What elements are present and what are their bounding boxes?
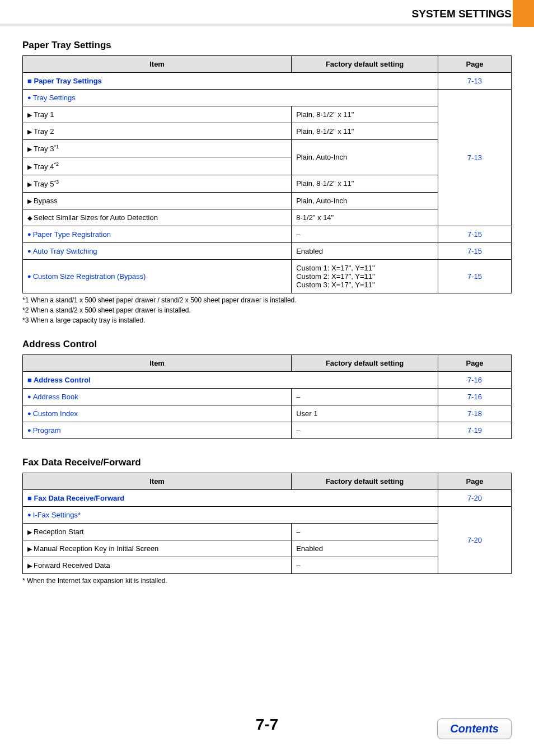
link-fax-root[interactable]: Fax Data Receive/Forward [27, 494, 124, 502]
item-bypass-label: Bypass [27, 197, 58, 205]
footnote-ref: *1 [54, 144, 59, 150]
item-bypass-fds: Plain, Auto-Inch [292, 192, 438, 209]
link-paper-type-reg[interactable]: Paper Type Registration [27, 230, 111, 239]
col-header-page: Page [438, 354, 512, 371]
table-header-row: Item Factory default setting Page [23, 354, 512, 371]
table-row: Custom Index User 1 7-18 [23, 405, 512, 422]
col-header-item: Item [23, 354, 292, 371]
table-row: Paper Tray Settings 7-13 [23, 73, 512, 90]
item-tray5-label: Tray 5 [27, 180, 54, 188]
col-header-fds: Factory default setting [292, 354, 438, 371]
item-reception-start-fds: – [292, 523, 438, 540]
page-ref[interactable]: 7-15 [467, 272, 482, 281]
ifax-star: * [78, 511, 81, 519]
table-row: Paper Type Registration – 7-15 [23, 226, 512, 242]
link-custom-index[interactable]: Custom Index [27, 409, 78, 418]
table-row: Custom Size Registration (Bypass) Custom… [23, 259, 512, 293]
accent-corner [513, 0, 534, 27]
table-row: Address Control 7-16 [23, 371, 512, 388]
item-custom-index-fds: User 1 [292, 405, 438, 422]
contents-button[interactable]: Contents [437, 718, 512, 739]
link-auto-tray-switching[interactable]: Auto Tray Switching [27, 247, 97, 255]
section-heading-address-control: Address Control [22, 339, 512, 350]
page-ref[interactable]: 7-16 [467, 393, 482, 401]
paper-tray-table: Item Factory default setting Page Paper … [22, 55, 512, 293]
fax-footnotes: * When the Internet fax expansion kit is… [22, 576, 512, 585]
table-row: Tray Settings 7-13 [23, 90, 512, 106]
col-header-item: Item [23, 473, 292, 489]
footnote-ref: *2 [54, 161, 59, 167]
item-tray5-fds: Plain, 8-1/2" x 11" [292, 175, 438, 192]
footnote-ref: *3 [54, 179, 59, 185]
item-tray1-label: Tray 1 [27, 110, 54, 119]
page-ref[interactable]: 7-19 [467, 426, 482, 435]
page-ref[interactable]: 7-15 [467, 247, 482, 255]
section-heading-fax: Fax Data Receive/Forward [22, 457, 512, 468]
table-row: I-Fax Settings* 7-20 [23, 506, 512, 523]
item-tray4-label: Tray 4 [27, 162, 54, 171]
item-forward-received-label: Forward Received Data [27, 561, 110, 570]
item-program-fds: – [292, 422, 438, 438]
item-reception-start-label: Reception Start [27, 528, 84, 536]
col-header-fds: Factory default setting [292, 56, 438, 73]
item-paper-type-reg-fds: – [292, 226, 438, 242]
header-rule [0, 24, 534, 26]
footnote-fax: * When the Internet fax expansion kit is… [22, 576, 512, 585]
table-row: Address Book – 7-16 [23, 388, 512, 405]
page-ref[interactable]: 7-20 [467, 536, 482, 544]
custom-size-line1: Custom 1: X=17", Y=11" [296, 264, 433, 272]
col-header-fds: Factory default setting [292, 473, 438, 489]
fax-table: Item Factory default setting Page Fax Da… [22, 473, 512, 574]
link-custom-size-reg[interactable]: Custom Size Registration (Bypass) [27, 272, 146, 281]
link-address-control[interactable]: Address Control [27, 376, 91, 384]
section-heading-paper-tray: Paper Tray Settings [22, 40, 512, 51]
page-ref[interactable]: 7-15 [467, 230, 482, 239]
col-header-page: Page [438, 56, 512, 73]
item-select-similar-label: Select Similar Sizes for Auto Detection [27, 213, 158, 222]
link-paper-tray-settings[interactable]: Paper Tray Settings [27, 77, 102, 85]
custom-size-line3: Custom 3: X=17", Y=11" [296, 281, 433, 289]
link-program[interactable]: Program [27, 426, 61, 435]
footnote-2: *2 When a stand/2 x 500 sheet paper draw… [22, 306, 512, 315]
item-address-book-fds: – [292, 388, 438, 405]
item-tray3-label: Tray 3 [27, 144, 54, 153]
table-row: Program – 7-19 [23, 422, 512, 438]
page-ref[interactable]: 7-20 [467, 494, 482, 502]
col-header-page: Page [438, 473, 512, 489]
col-header-item: Item [23, 56, 292, 73]
table-header-row: Item Factory default setting Page [23, 473, 512, 489]
table-header-row: Item Factory default setting Page [23, 56, 512, 73]
paper-tray-footnotes: *1 When a stand/1 x 500 sheet paper draw… [22, 296, 512, 325]
item-tray2-label: Tray 2 [27, 127, 54, 136]
item-custom-size-reg-fds: Custom 1: X=17", Y=11" Custom 2: X=17", … [292, 259, 438, 293]
item-auto-tray-switching-fds: Enabled [292, 242, 438, 259]
item-manual-reception-fds: Enabled [292, 540, 438, 557]
custom-size-line2: Custom 2: X=17", Y=11" [296, 272, 433, 281]
link-tray-settings[interactable]: Tray Settings [27, 94, 76, 102]
page-ref[interactable]: 7-18 [467, 409, 482, 418]
item-tray1-fds: Plain, 8-1/2" x 11" [292, 106, 438, 123]
footnote-1: *1 When a stand/1 x 500 sheet paper draw… [22, 296, 512, 305]
item-tray2-fds: Plain, 8-1/2" x 11" [292, 123, 438, 140]
page-ref[interactable]: 7-16 [467, 376, 482, 384]
page-ref[interactable]: 7-13 [467, 153, 482, 162]
link-address-book[interactable]: Address Book [27, 393, 78, 401]
item-tray34-fds: Plain, Auto-Inch [292, 140, 438, 175]
address-control-table: Item Factory default setting Page Addres… [22, 354, 512, 439]
table-row: Auto Tray Switching Enabled 7-15 [23, 242, 512, 259]
page-ref[interactable]: 7-13 [467, 77, 482, 85]
footnote-3: *3 When a large capacity tray is install… [22, 316, 512, 325]
page-header-title: SYSTEM SETTINGS [22, 0, 512, 24]
item-manual-reception-label: Manual Reception Key in Initial Screen [27, 544, 158, 553]
item-forward-received-fds: – [292, 557, 438, 573]
link-ifax-settings[interactable]: I-Fax Settings [27, 511, 78, 519]
item-select-similar-fds: 8-1/2" x 14" [292, 209, 438, 226]
table-row: Fax Data Receive/Forward 7-20 [23, 489, 512, 506]
